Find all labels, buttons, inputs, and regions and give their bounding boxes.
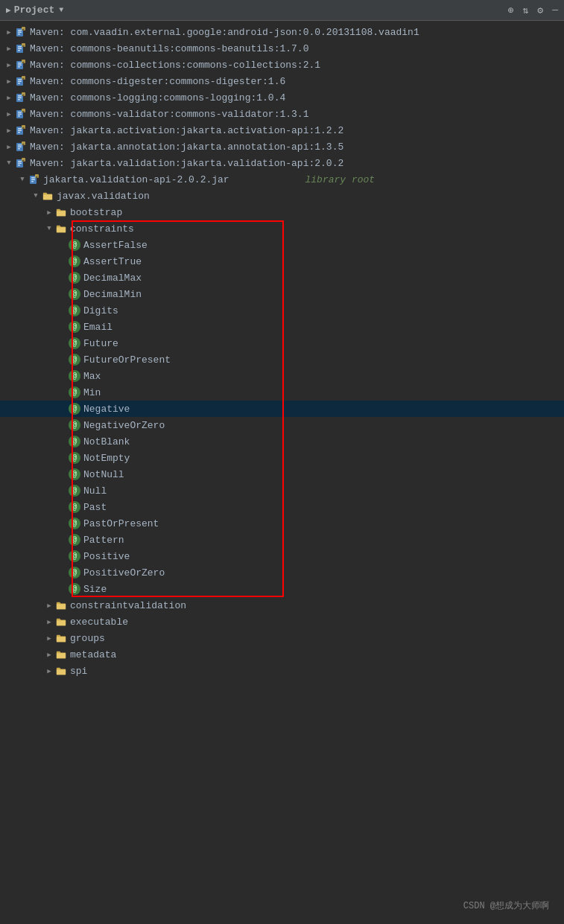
- tree-item-jarroot[interactable]: M jakarta.validation-api-2.0.2.jar libra…: [0, 171, 564, 188]
- tree-item-maven1[interactable]: M Maven: com.vaadin.external.google:andr…: [0, 24, 564, 40]
- svg-rect-3: [18, 34, 20, 35]
- svg-rect-15: [18, 66, 20, 68]
- tree-item-Past[interactable]: @Past: [0, 499, 564, 515]
- annotation-icon: @: [69, 403, 80, 415]
- tree-item-Negative[interactable]: @Negative: [0, 401, 564, 417]
- tree-item-Email[interactable]: @Email: [0, 319, 564, 335]
- svg-rect-51: [18, 165, 20, 166]
- svg-rect-37: [18, 128, 22, 130]
- tree-item-NotNull[interactable]: @NotNull: [0, 466, 564, 482]
- tree-item-metadata[interactable]: metadata: [0, 646, 564, 663]
- tree-arrow[interactable]: [43, 618, 55, 626]
- library-root-label: library root: [305, 174, 565, 185]
- tree-item-maven2[interactable]: M Maven: commons-beanutils:commons-beanu…: [0, 40, 564, 57]
- annotation-icon: @: [69, 305, 80, 316]
- tree-item-label: FutureOrPresent: [83, 354, 564, 366]
- tree-item-groups[interactable]: groups: [0, 630, 564, 646]
- tree-item-AssertTrue[interactable]: @AssertTrue: [0, 253, 564, 270]
- tree-arrow[interactable]: [3, 143, 15, 151]
- tree-arrow[interactable]: [30, 192, 42, 200]
- title-bar-left: ▶ Project ▼: [6, 4, 508, 16]
- tree-arrow[interactable]: [16, 176, 28, 183]
- panel: M Maven: com.vaadin.external.google:andr…: [0, 21, 564, 924]
- svg-rect-20: [18, 81, 22, 83]
- annotation-icon: @: [69, 452, 80, 464]
- svg-rect-39: [18, 132, 20, 133]
- tree-item-label: executable: [70, 616, 564, 628]
- annotation-icon: @: [69, 288, 80, 300]
- tree-item-maven7[interactable]: M Maven: jakarta.activation:jakarta.acti…: [0, 122, 564, 138]
- title-arrow-icon[interactable]: ▼: [59, 6, 63, 14]
- tree-item-Digits[interactable]: @Digits: [0, 302, 564, 319]
- tree-item-PositiveOrZero[interactable]: @PositiveOrZero: [0, 564, 564, 581]
- tree-arrow[interactable]: [3, 127, 15, 135]
- tree-item-NotBlank[interactable]: @NotBlank: [0, 433, 564, 450]
- annotation-icon: @: [69, 550, 80, 562]
- tree-arrow[interactable]: [43, 667, 55, 675]
- svg-rect-25: [18, 95, 22, 97]
- tree-item-label: metadata: [70, 649, 564, 660]
- tree-item-bootstrap[interactable]: bootstrap: [0, 204, 564, 220]
- svg-rect-9: [18, 50, 20, 51]
- tree-item-label: Maven: commons-beanutils:commons-beanuti…: [30, 43, 564, 54]
- tree-item-maven3[interactable]: M Maven: commons-collections:commons-col…: [0, 57, 564, 73]
- tree-item-DecimalMin[interactable]: @DecimalMin: [0, 286, 564, 302]
- tree-arrow[interactable]: [3, 110, 15, 118]
- tree-arrow[interactable]: [3, 61, 15, 69]
- tree-item-javax[interactable]: javax.validation: [0, 188, 564, 204]
- tree-item-Max[interactable]: @Max: [0, 368, 564, 384]
- tree-container[interactable]: M Maven: com.vaadin.external.google:andr…: [0, 21, 564, 924]
- tree-item-spi[interactable]: spi: [0, 663, 564, 679]
- tree-arrow[interactable]: [43, 225, 55, 232]
- tree-item-maven5[interactable]: M Maven: commons-logging:commons-logging…: [0, 89, 564, 106]
- tree-item-Size[interactable]: @Size: [0, 581, 564, 597]
- tree-item-Null[interactable]: @Null: [0, 482, 564, 499]
- tree-item-PastOrPresent[interactable]: @PastOrPresent: [0, 515, 564, 532]
- tree-item-Positive[interactable]: @Positive: [0, 548, 564, 564]
- tree-arrow[interactable]: [43, 634, 55, 643]
- tree-arrow[interactable]: [43, 651, 55, 659]
- minimize-icon[interactable]: —: [552, 4, 558, 16]
- locate-icon[interactable]: ⊕: [508, 4, 514, 16]
- tree-item-maven8[interactable]: M Maven: jakarta.annotation:jakarta.anno…: [0, 138, 564, 155]
- tree-arrow[interactable]: [3, 45, 15, 53]
- annotation-icon: @: [69, 354, 80, 366]
- tree-item-constraintvalidation[interactable]: constraintvalidation: [0, 597, 564, 614]
- tree-item-maven9[interactable]: M Maven: jakarta.validation:jakarta.vali…: [0, 155, 564, 171]
- tree-item-Pattern[interactable]: @Pattern: [0, 532, 564, 548]
- tree-item-Future[interactable]: @Future: [0, 335, 564, 351]
- tree-item-executable[interactable]: executable: [0, 614, 564, 630]
- settings-icon[interactable]: ⚙: [537, 4, 543, 16]
- tree-arrow[interactable]: [43, 208, 55, 217]
- annotation-icon: @: [69, 501, 80, 513]
- svg-rect-50: [18, 163, 22, 165]
- tree-item-NegativeOrZero[interactable]: @NegativeOrZero: [0, 417, 564, 433]
- folder-icon: [55, 632, 67, 644]
- tree-arrow[interactable]: [3, 77, 15, 86]
- tree-item-AssertFalse[interactable]: @AssertFalse: [0, 237, 564, 253]
- tree-item-constraints[interactable]: constraints: [0, 220, 564, 237]
- tree-item-maven6[interactable]: M Maven: commons-validator:commons-valid…: [0, 106, 564, 122]
- tree-item-NotEmpty[interactable]: @NotEmpty: [0, 450, 564, 466]
- svg-rect-2: [18, 32, 22, 34]
- maven-jar-icon: M: [15, 108, 27, 120]
- tree-arrow[interactable]: [3, 94, 15, 102]
- tree-item-label: PastOrPresent: [83, 518, 564, 529]
- tree-arrow[interactable]: [3, 28, 15, 36]
- title-bar: ▶ Project ▼ ⊕ ⇅ ⚙ —: [0, 0, 564, 21]
- tree-arrow[interactable]: [3, 159, 15, 167]
- tree-item-DecimalMax[interactable]: @DecimalMax: [0, 270, 564, 286]
- folder-icon: [55, 649, 67, 660]
- folder-icon: [55, 665, 67, 677]
- tree-arrow[interactable]: [43, 602, 55, 610]
- layout-icon[interactable]: ⇅: [523, 4, 529, 16]
- tree-item-label: PositiveOrZero: [83, 567, 564, 579]
- tree-item-maven4[interactable]: M Maven: commons-digester:commons-digest…: [0, 73, 564, 89]
- tree-item-Min[interactable]: @Min: [0, 384, 564, 401]
- tree-item-label: Pattern: [83, 535, 564, 546]
- tree-item-label: AssertTrue: [83, 256, 564, 267]
- tree-item-FutureOrPresent[interactable]: @FutureOrPresent: [0, 351, 564, 368]
- svg-rect-14: [18, 65, 22, 66]
- maven-jar-icon: M: [15, 124, 27, 136]
- maven-jar-icon: M: [15, 141, 27, 153]
